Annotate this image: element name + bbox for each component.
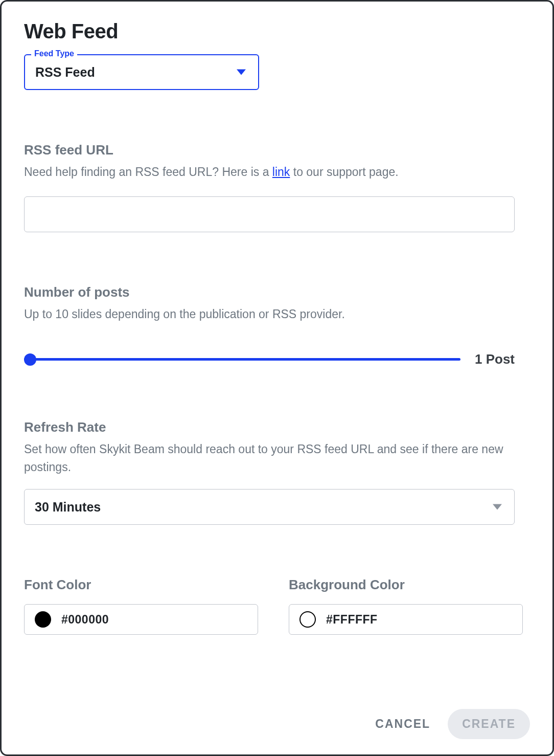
background-color-label: Background Color	[289, 577, 530, 593]
colors-row: Font Color #000000 Background Color #FFF…	[24, 577, 530, 635]
font-color-field[interactable]: #000000	[24, 604, 258, 635]
refresh-label: Refresh Rate	[24, 419, 530, 435]
support-link[interactable]: link	[272, 165, 290, 179]
posts-slider[interactable]	[24, 353, 460, 366]
feed-type-legend: Feed Type	[31, 49, 77, 58]
font-color-col: Font Color #000000	[24, 577, 265, 635]
posts-slider-row: 1 Post	[24, 351, 515, 367]
refresh-rate-select[interactable]: 30 Minutes	[24, 489, 515, 525]
refresh-rate-value: 30 Minutes	[35, 500, 101, 515]
background-color-field[interactable]: #FFFFFF	[289, 604, 523, 635]
url-help-prefix: Need help finding an RSS feed URL? Here …	[24, 165, 272, 179]
background-color-value: #FFFFFF	[326, 613, 378, 627]
page-title: Web Feed	[24, 20, 530, 43]
posts-slider-value: 1 Post	[475, 351, 515, 367]
create-button[interactable]: CREATE	[448, 709, 530, 739]
refresh-section: Refresh Rate Set how often Skykit Beam s…	[24, 419, 530, 525]
feed-type-field: Feed Type RSS Feed	[24, 54, 259, 90]
cancel-button[interactable]: CANCEL	[370, 710, 435, 738]
font-color-swatch	[35, 611, 51, 628]
feed-type-select[interactable]: RSS Feed	[24, 54, 259, 90]
slider-thumb[interactable]	[24, 353, 36, 366]
background-color-swatch	[299, 611, 316, 628]
chevron-down-icon	[493, 504, 502, 510]
rss-url-input[interactable]	[24, 196, 515, 232]
posts-help-text: Up to 10 slides depending on the publica…	[24, 305, 530, 323]
chevron-down-icon	[237, 69, 246, 75]
font-color-value: #000000	[61, 613, 109, 627]
url-help-text: Need help finding an RSS feed URL? Here …	[24, 163, 530, 181]
url-section: RSS feed URL Need help finding an RSS fe…	[24, 142, 530, 232]
dialog-actions: CANCEL CREATE	[370, 709, 530, 739]
background-color-col: Background Color #FFFFFF	[289, 577, 530, 635]
font-color-label: Font Color	[24, 577, 265, 593]
url-help-suffix: to our support page.	[290, 165, 398, 179]
url-label: RSS feed URL	[24, 142, 530, 158]
web-feed-dialog: Web Feed Feed Type RSS Feed RSS feed URL…	[0, 0, 554, 756]
posts-label: Number of posts	[24, 284, 530, 300]
posts-section: Number of posts Up to 10 slides dependin…	[24, 284, 530, 368]
feed-type-value: RSS Feed	[35, 65, 95, 80]
refresh-help-text: Set how often Skykit Beam should reach o…	[24, 440, 530, 476]
slider-track	[24, 358, 460, 361]
